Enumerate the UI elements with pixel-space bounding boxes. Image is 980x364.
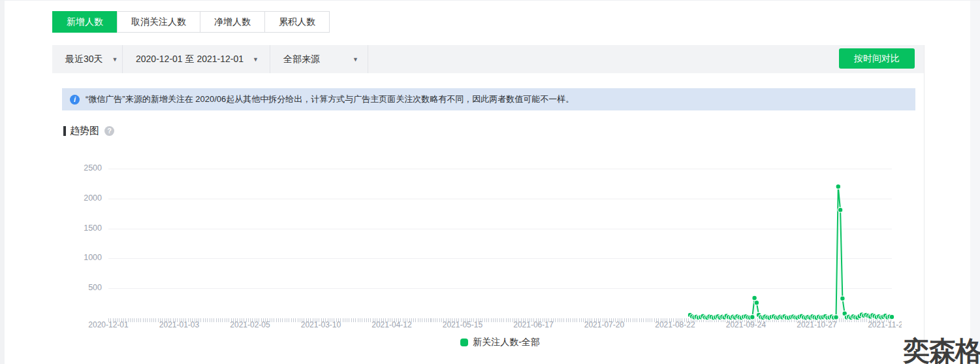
- data-point: [816, 314, 821, 320]
- data-point: [857, 314, 862, 319]
- data-point: [831, 315, 836, 320]
- date-range-select[interactable]: 2020-12-01 至 2021-12-01 ▼: [123, 45, 270, 73]
- help-icon[interactable]: ?: [104, 126, 114, 136]
- data-point: [752, 295, 757, 301]
- gridline: [108, 288, 892, 289]
- data-point: [883, 314, 888, 319]
- data-point: [696, 315, 701, 320]
- chart-legend[interactable]: 新关注人数-全部: [108, 337, 892, 348]
- x-axis-label: 2021-02-05: [230, 320, 270, 329]
- data-point: [827, 315, 832, 320]
- data-point: [853, 315, 858, 320]
- data-point: [887, 314, 893, 320]
- data-point: [859, 312, 864, 318]
- data-point: [885, 315, 891, 320]
- data-point: [711, 316, 716, 321]
- data-point: [872, 314, 877, 319]
- data-point: [819, 315, 824, 320]
- gridline: [108, 229, 892, 229]
- data-point: [780, 315, 785, 320]
- tab-cumulative[interactable]: 累积人数: [264, 11, 330, 33]
- data-point: [866, 314, 871, 319]
- title-accent-bar: [63, 126, 66, 136]
- data-point: [709, 314, 714, 320]
- x-axis-label: 2021-04-12: [371, 320, 411, 329]
- data-point: [724, 314, 729, 319]
- data-point: [778, 314, 783, 320]
- data-point: [846, 314, 851, 320]
- compare-by-time-button[interactable]: 按时间对比: [839, 48, 915, 69]
- data-point: [812, 315, 817, 320]
- filter-bar: 最近30天 ▼ 2020-12-01 至 2021-12-01 ▼ 全部来源 ▼…: [52, 45, 924, 73]
- data-point: [862, 313, 867, 318]
- data-point: [733, 315, 738, 320]
- data-point: [692, 315, 697, 320]
- chart-section-header: 趋势图 ?: [63, 125, 114, 137]
- data-point: [748, 315, 753, 320]
- tab-net-growth[interactable]: 净增人数: [200, 11, 265, 33]
- x-axis-label: 2021-01-03: [159, 320, 199, 329]
- data-point: [881, 314, 886, 320]
- data-point: [707, 314, 712, 320]
- data-point: [761, 315, 766, 320]
- legend-swatch: [460, 339, 468, 346]
- data-point: [765, 315, 770, 320]
- data-point: [836, 184, 841, 190]
- x-axis-label: 2021-08-22: [655, 320, 695, 329]
- data-point: [782, 314, 787, 319]
- tab-unfollowers[interactable]: 取消关注人数: [117, 11, 200, 33]
- tab-new-followers[interactable]: 新增人数: [52, 11, 118, 33]
- data-point: [729, 315, 734, 320]
- data-point: [806, 314, 811, 320]
- data-point: [855, 315, 861, 320]
- y-axis-label: 500: [71, 283, 102, 292]
- source-select[interactable]: 全部来源 ▼: [270, 45, 368, 73]
- info-icon: i: [70, 95, 80, 105]
- data-point: [825, 315, 830, 320]
- data-point: [786, 316, 791, 321]
- data-point: [776, 315, 781, 320]
- data-point: [795, 315, 800, 320]
- data-point: [810, 314, 815, 320]
- data-point: [821, 314, 826, 320]
- data-point: [842, 311, 847, 316]
- data-point: [814, 316, 819, 321]
- data-point: [744, 314, 749, 320]
- date-range-value: 2020-12-01 至 2021-12-01: [136, 54, 244, 65]
- page-left-gutter: [0, 1, 5, 364]
- chevron-down-icon: ▼: [353, 56, 358, 63]
- data-point: [767, 316, 772, 321]
- data-point: [739, 315, 744, 320]
- data-point: [701, 314, 706, 319]
- data-point: [840, 296, 846, 301]
- data-point: [726, 314, 731, 320]
- data-point: [714, 315, 719, 320]
- data-point: [689, 314, 695, 320]
- time-range-select[interactable]: 最近30天 ▼: [52, 45, 123, 73]
- x-axis-label: 2021-11-29: [868, 320, 902, 329]
- x-axis-ticks: [108, 318, 892, 322]
- data-point: [774, 315, 779, 320]
- series-area: [690, 187, 892, 319]
- data-point: [737, 315, 742, 320]
- notice-text: “微信广告”来源的新增关注在 2020/06起从其他中拆分给出，计算方式与广告主…: [86, 93, 574, 105]
- data-point: [864, 312, 869, 318]
- source-value: 全部来源: [283, 54, 320, 65]
- data-point: [851, 314, 856, 320]
- y-axis-label: 1500: [71, 223, 102, 233]
- data-point: [750, 314, 755, 320]
- notice-banner: i “微信广告”来源的新增关注在 2020/06起从其他中拆分给出，计算方式与广…: [62, 88, 915, 110]
- data-point: [834, 315, 839, 320]
- data-point: [793, 315, 798, 320]
- data-point: [703, 315, 708, 320]
- data-point: [804, 315, 809, 320]
- data-point: [694, 314, 699, 320]
- watermark-logo: 奕森格: [903, 333, 980, 364]
- data-point: [838, 207, 843, 212]
- data-point: [763, 314, 768, 320]
- data-point: [789, 314, 794, 320]
- x-axis-label: 2021-09-24: [726, 320, 766, 329]
- gridline: [108, 199, 892, 199]
- y-axis-label: 2500: [71, 163, 102, 173]
- data-point: [735, 314, 740, 319]
